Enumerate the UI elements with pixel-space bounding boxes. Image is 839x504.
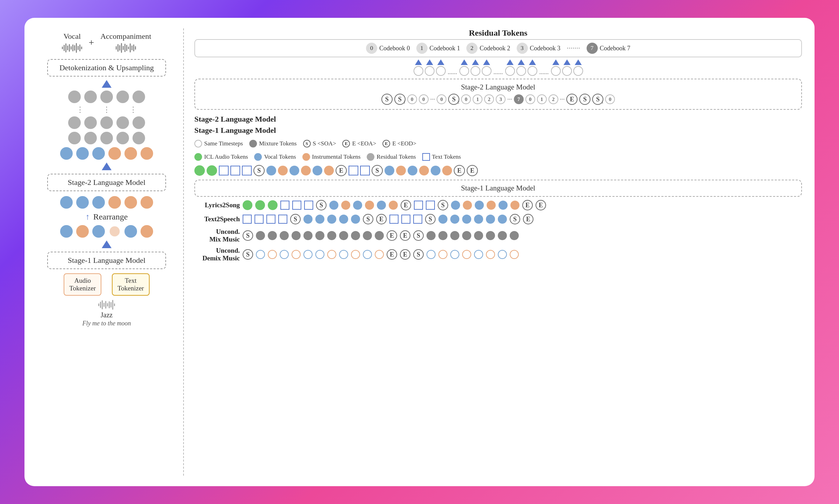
e-tok-2: E — [454, 165, 465, 176]
t-3-1: 3 — [496, 94, 505, 104]
t2s-b9 — [474, 215, 483, 224]
residual-tokens-title: Residual Tokens — [194, 28, 802, 38]
um-m13 — [438, 231, 447, 240]
legend-row2: ICL Audio Tokens Vocal Tokens Instrument… — [194, 153, 802, 161]
right-panel: Residual Tokens 0 Codebook 0 1 Codebook … — [184, 28, 802, 476]
t2s-s2: S — [363, 214, 373, 224]
txt-sq-4 — [349, 166, 358, 175]
t2s-b6 — [438, 215, 447, 224]
accompaniment-label: Accompaniment — [100, 32, 151, 41]
um-m2 — [268, 231, 277, 240]
codebook-2: 2 Codebook 2 — [466, 43, 510, 54]
jazz-label: Jazz Fly me to the moon — [83, 311, 131, 327]
legend-icl-audio: ICL Audio Tokens — [194, 153, 248, 161]
o5 — [419, 166, 429, 175]
t2s-b10 — [486, 215, 495, 224]
um-m15 — [462, 231, 471, 240]
icl-2 — [207, 165, 217, 176]
residual-tokens-vis: ...... ...... ...... — [194, 59, 802, 76]
t2s-b3 — [327, 215, 336, 224]
um-m8 — [339, 231, 348, 240]
codebook-0-num: 0 — [366, 43, 377, 54]
stage1-lm-inner-label: Stage-1 Language Model — [202, 184, 794, 193]
l2s-o2 — [365, 201, 374, 210]
rearrange-label: Rearrange — [93, 212, 128, 222]
b2 — [289, 166, 299, 175]
text2speech-label: Text2Speech — [194, 215, 240, 223]
b4 — [385, 166, 394, 175]
stage1-model-label: Stage-1 Language Model — [194, 126, 276, 135]
stage1-lm-box-left: Stage-1 Language Model — [47, 252, 166, 269]
t-0-5: 0 — [525, 94, 535, 104]
arrow-up-stage2 — [102, 163, 112, 170]
vocal-label: Vocal — [64, 32, 81, 41]
stage2-sequence: S S 1 0 0 ··· 0 S 2 0 1 2 3 — [202, 94, 794, 105]
t2s-b1 — [303, 215, 313, 224]
codebook-row: 0 Codebook 0 1 Codebook 1 2 Codebook 2 3… — [194, 39, 802, 57]
s-tok-2: S — [372, 165, 383, 176]
t2s-sq4 — [278, 215, 287, 224]
legend-instrumental-tokens: Instrumental Tokens — [302, 153, 361, 161]
l2s-b2 — [353, 201, 362, 210]
detokenization-box: Detokenization & Upsampling — [47, 59, 166, 77]
l2s-g1 — [243, 200, 252, 210]
codebook-3: 3 Codebook 3 — [517, 43, 561, 54]
rearrange-row: ↑ Rearrange — [86, 212, 128, 222]
stage1-output-dots — [60, 225, 153, 238]
t-0-2: 0 — [419, 94, 429, 104]
stage1-lm-main-box: Stage-1 Language Model — [194, 180, 802, 197]
legend-row1: Same Timesteps Mixture Tokens S S <SOA> … — [194, 140, 802, 147]
model-labels: Stage-2 Language Model Stage-1 Language … — [194, 113, 802, 136]
stage2-lm-main-box: Stage-2 Language Model S S 1 0 0 ··· 0 S… — [194, 79, 802, 110]
legend-residual-tokens: Residual Tokens — [367, 153, 416, 161]
um-m11 — [375, 231, 384, 240]
l2s-b5 — [475, 201, 484, 210]
b6 — [431, 166, 440, 175]
um-m14 — [450, 231, 459, 240]
t-1-1: 1 — [473, 94, 482, 104]
codebook-3-num: 3 — [517, 43, 528, 54]
tokenizer-row: Audio Tokenizer Text Tokenizer — [64, 273, 149, 296]
ud-s1: S — [243, 249, 253, 260]
token-E1: E — [566, 94, 578, 105]
um-m19 — [510, 231, 519, 240]
vocal-waveform — [62, 42, 82, 53]
t2s-b11 — [498, 215, 507, 224]
legend-eoa: E E <EOA> — [342, 140, 376, 147]
legend-text-tokens: Text Tokens — [422, 153, 461, 161]
l2s-b6 — [499, 201, 508, 210]
t2s-s4: S — [510, 214, 520, 224]
um-s2: S — [413, 230, 424, 241]
t2s-sq7 — [413, 215, 422, 224]
l2s-sq2 — [292, 201, 301, 210]
arrow-up-stage1 — [102, 240, 112, 248]
um-m10 — [363, 231, 372, 240]
um-e2: E — [400, 230, 410, 241]
um-m5 — [303, 231, 313, 240]
stage2-lm-inner-label: Stage-2 Language Model — [202, 83, 794, 92]
e-tok-3: E — [467, 165, 478, 176]
l2s-o1 — [341, 201, 350, 210]
codebook-0: 0 Codebook 0 — [366, 43, 410, 54]
rearrange-icon: ↑ — [86, 212, 90, 222]
plus-sign: + — [88, 37, 94, 48]
um-m6 — [315, 231, 324, 240]
um-m1 — [256, 231, 265, 240]
o3 — [324, 166, 334, 175]
l2s-sq3 — [304, 201, 313, 210]
codebook-1-num: 1 — [416, 43, 428, 54]
uncond-mix-row: Uncond.Mix Music S E E S — [194, 228, 802, 243]
text-tokenizer-box: Text Tokenizer — [112, 273, 150, 296]
codebook-7: 7 Codebook 7 — [587, 43, 631, 54]
token-S1: S — [381, 94, 393, 105]
o1 — [278, 166, 288, 175]
b3 — [313, 166, 322, 175]
legend-soa: S S <SOA> — [303, 140, 336, 147]
t2s-s3: S — [425, 214, 436, 224]
um-s1: S — [243, 230, 253, 241]
txt-sq-3 — [242, 166, 252, 175]
txt-sq-1 — [219, 166, 229, 175]
stage1-outer-row: S E S E E — [194, 165, 802, 176]
ud-e1: E — [387, 249, 397, 260]
um-m12 — [426, 231, 436, 240]
